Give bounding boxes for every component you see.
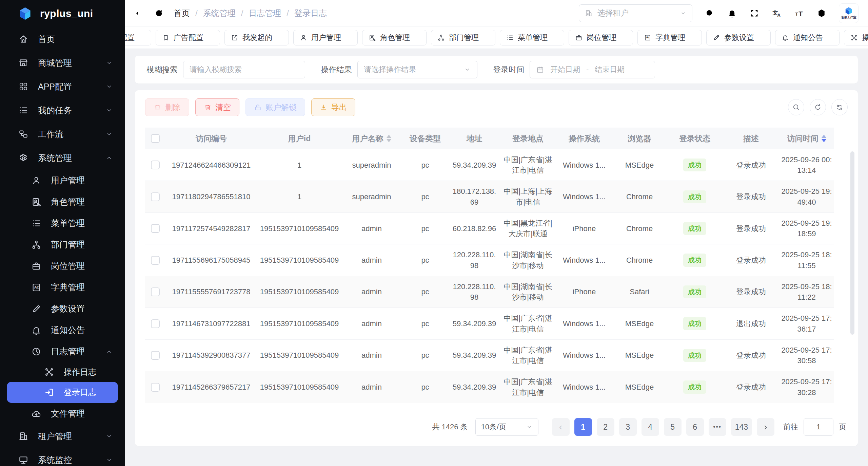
tab-role-mgmt[interactable]: 角色管理 (362, 30, 427, 45)
sidebar-item-dept-mgmt[interactable]: 部门管理 (0, 234, 125, 255)
login-time-range-picker[interactable]: 开始日期 - 结束日期 (530, 61, 655, 78)
cell-user-name: admin (342, 246, 401, 275)
tab-notice[interactable]: 通知公告 (775, 30, 840, 45)
close-icon[interactable] (483, 35, 489, 41)
page-size-select[interactable]: 10条/页 (475, 418, 538, 436)
col-user-name[interactable]: 用户名称 (342, 133, 401, 144)
close-icon[interactable] (620, 35, 627, 41)
row-checkbox[interactable] (151, 287, 160, 296)
sync-icon (835, 103, 844, 111)
font-size-icon[interactable] (794, 8, 804, 18)
page-button-2[interactable]: 2 (597, 418, 614, 436)
prev-page-button[interactable]: ‹ (552, 418, 570, 436)
sidebar-item-log-mgmt[interactable]: 日志管理 (0, 341, 125, 362)
page-button-3[interactable]: 3 (619, 418, 637, 436)
sidebar-item-menu-mgmt[interactable]: 菜单管理 (0, 212, 125, 234)
sidebar-item-operation-log[interactable]: 操作日志 (0, 362, 125, 382)
tenant-select[interactable]: 选择租户 (579, 4, 692, 22)
row-checkbox[interactable] (151, 192, 160, 201)
sidebar-item-file-mgmt[interactable]: 文件管理 (0, 403, 125, 424)
settings-icon[interactable] (816, 8, 827, 18)
fullscreen-icon[interactable] (749, 8, 760, 18)
more-pages-button[interactable]: ••• (709, 418, 726, 436)
breadcrumb-home[interactable]: 首页 (174, 8, 190, 19)
refresh-table-button[interactable] (810, 99, 826, 115)
sidebar-item-post-mgmt[interactable]: 岗位管理 (0, 255, 125, 277)
page-button-5[interactable]: 5 (664, 418, 682, 436)
search-icon[interactable] (705, 8, 715, 18)
tab-param-settings[interactable]: 参数设置 (706, 30, 771, 45)
refresh-page-icon[interactable] (154, 8, 164, 18)
sidebar-item-system-mgmt[interactable]: 系统管理 (0, 146, 125, 170)
close-icon[interactable] (276, 35, 282, 41)
close-icon[interactable] (758, 35, 764, 41)
row-checkbox[interactable] (151, 351, 160, 360)
close-icon[interactable] (414, 35, 420, 41)
fuzzy-search-input[interactable] (190, 65, 299, 74)
unlock-account-button[interactable]: 账户解锁 (245, 98, 305, 116)
cell-os: Windows 1... (556, 246, 612, 275)
cell-location: 中国|湖南省|长沙市|移动 (500, 244, 556, 276)
sidebar-item-user-mgmt[interactable]: 用户管理 (0, 170, 125, 191)
tab-operation-log[interactable]: 操作日志 (844, 30, 868, 45)
sidebar-item-role-mgmt[interactable]: 角色管理 (0, 191, 125, 212)
sidebar-item-my-tasks[interactable]: 我的任务 (0, 98, 125, 122)
select-all-checkbox[interactable] (151, 134, 160, 143)
page-button-1[interactable]: 1 (574, 418, 592, 436)
col-access-time[interactable]: 访问时间 (779, 133, 834, 144)
table-body: 1971246624466309121 1 superadmin pc 59.3… (145, 149, 848, 403)
goto-page-input[interactable] (804, 418, 833, 436)
row-checkbox[interactable] (151, 256, 160, 265)
delete-button[interactable]: 删除 (145, 98, 189, 116)
sidebar-item-notice[interactable]: 通知公告 (0, 319, 125, 341)
row-checkbox[interactable] (151, 383, 160, 392)
translate-icon[interactable] (772, 8, 782, 18)
cell-device: pc (401, 341, 449, 370)
sidebar-item-param-settings[interactable]: 参数设置 (0, 298, 125, 319)
sidebar-item-workflow[interactable]: 工作流 (0, 122, 125, 146)
clear-button[interactable]: 清空 (195, 98, 239, 116)
collapse-sidebar-icon[interactable] (135, 8, 145, 18)
sort-access-time[interactable] (822, 135, 826, 142)
tab-my-initiated[interactable]: 我发起的 (224, 30, 289, 45)
close-icon[interactable] (689, 35, 695, 41)
export-button[interactable]: 导出 (311, 98, 355, 116)
sort-user-name[interactable] (387, 135, 391, 142)
tasks-icon (18, 105, 28, 115)
close-icon[interactable] (139, 35, 145, 41)
notification-bell-icon[interactable] (727, 8, 737, 18)
breadcrumb-system[interactable]: 系统管理 (203, 8, 236, 19)
sync-button[interactable] (831, 99, 848, 115)
row-checkbox[interactable] (151, 161, 160, 169)
next-page-button[interactable]: › (757, 418, 774, 436)
page-button-6[interactable]: 6 (686, 418, 704, 436)
close-icon[interactable] (345, 35, 351, 41)
sidebar-item-home[interactable]: 首页 (0, 27, 125, 51)
sidebar-item-tenant-mgmt[interactable]: 租户管理 (0, 424, 125, 448)
sidebar-item-mall[interactable]: 商城管理 (0, 51, 125, 75)
operation-result-select[interactable]: 请选择操作结果 (357, 61, 477, 78)
tab-menu-mgmt[interactable]: 菜单管理 (500, 30, 564, 45)
tab-ad-config[interactable]: 广告配置 (156, 30, 220, 45)
page-button-last[interactable]: 143 (731, 418, 752, 436)
tab-config-partial[interactable]: 配置 (125, 30, 151, 45)
show-search-button[interactable] (788, 99, 804, 115)
tab-user-mgmt[interactable]: 用户管理 (293, 30, 358, 45)
sidebar-item-system-monitor[interactable]: 系统监控 (0, 448, 125, 466)
row-checkbox[interactable] (151, 319, 160, 328)
page-button-4[interactable]: 4 (642, 418, 659, 436)
tab-dept-mgmt[interactable]: 部门管理 (431, 30, 495, 45)
close-icon[interactable] (552, 35, 558, 41)
close-icon[interactable] (827, 35, 833, 41)
col-user-name-label: 用户名称 (352, 133, 383, 144)
close-icon[interactable] (208, 35, 214, 41)
sidebar-item-app-config[interactable]: APP配置 (0, 75, 125, 98)
tab-dict-mgmt[interactable]: 字典管理 (637, 30, 702, 45)
table-scrollbar-thumb[interactable] (850, 151, 854, 335)
user-avatar[interactable]: 若依工作室 (839, 3, 859, 23)
tab-post-mgmt[interactable]: 岗位管理 (569, 30, 633, 45)
row-checkbox[interactable] (151, 224, 160, 233)
breadcrumb-log[interactable]: 日志管理 (249, 8, 281, 19)
sidebar-item-dict-mgmt[interactable]: 字典管理 (0, 277, 125, 298)
sidebar-item-login-log[interactable]: 登录日志 (7, 382, 118, 403)
